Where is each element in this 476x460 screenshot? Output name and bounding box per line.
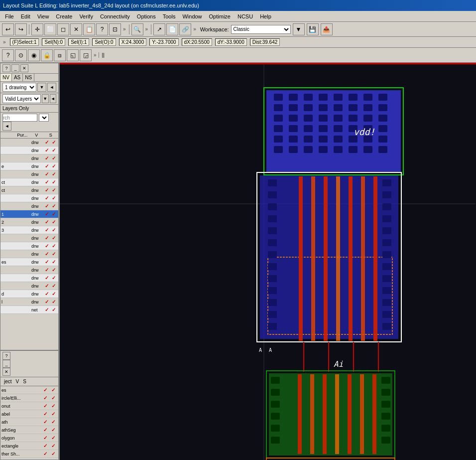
drawing-select[interactable]: 1 drawing <box>2 83 36 92</box>
toolbar-more-3[interactable]: » <box>192 25 197 33</box>
menu-tools[interactable]: Tools <box>160 12 179 20</box>
toolbar2-btn-help[interactable]: ? <box>2 49 14 61</box>
layer-v-check[interactable]: ✓ <box>43 179 50 185</box>
valid-layers-select[interactable]: Valid Layers <box>2 94 41 103</box>
layer-row[interactable]: drw ✓ ✓ <box>0 147 58 154</box>
layer-row[interactable]: es drw ✓ ✓ <box>0 258 58 266</box>
layer-v-check[interactable]: ✓ <box>43 219 50 225</box>
layer-tab-ns[interactable]: NS <box>23 74 34 81</box>
obj-row[interactable]: abel ✓ ✓ <box>0 410 58 418</box>
toolbar-btn-paste[interactable]: ◻ <box>57 23 69 35</box>
toolbar2-btn-grid2[interactable]: ⧈ <box>54 49 66 61</box>
layer-s-check[interactable]: ✓ <box>50 267 57 273</box>
layer-v-check[interactable]: ✓ <box>43 148 50 153</box>
obj-v-check[interactable]: ✓ <box>41 403 49 409</box>
toolbar-btn-help[interactable]: ? <box>96 23 108 35</box>
layer-v-check[interactable]: ✓ <box>43 307 50 312</box>
layer-s-check[interactable]: ✓ <box>50 275 57 281</box>
drawing-dropdown[interactable]: ▼ <box>37 83 46 92</box>
layer-v-check[interactable]: ✓ <box>43 211 50 217</box>
obj-v-check[interactable]: ✓ <box>41 443 49 449</box>
layer-row[interactable]: d drw ✓ ✓ <box>0 290 58 298</box>
toolbar-btn-undo[interactable]: ↩ <box>2 23 14 35</box>
layer-v-check[interactable]: ✓ <box>43 203 50 209</box>
menu-window[interactable]: Window <box>179 12 205 20</box>
object-panel-close[interactable]: ✕ <box>2 368 10 376</box>
menu-edit[interactable]: Edit <box>18 12 33 20</box>
obj-s-check[interactable]: ✓ <box>49 435 57 441</box>
layer-s-check[interactable]: ✓ <box>50 283 57 289</box>
layer-s-check[interactable]: ✓ <box>50 140 57 145</box>
obj-s-check[interactable]: ✓ <box>49 427 57 433</box>
valid-layers-dropdown[interactable]: ▼ <box>42 94 49 103</box>
toolbar2-more[interactable]: » <box>93 51 98 59</box>
layer-s-check[interactable]: ✓ <box>50 307 57 312</box>
layer-v-check[interactable]: ✓ <box>43 259 50 265</box>
obj-v-check[interactable]: ✓ <box>41 451 49 457</box>
layer-v-check[interactable]: ✓ <box>43 171 50 177</box>
layer-row[interactable]: e drw ✓ ✓ <box>0 162 58 170</box>
layer-row[interactable]: 3 drw ✓ ✓ <box>0 226 58 234</box>
layer-v-check[interactable]: ✓ <box>43 267 50 273</box>
obj-s-check[interactable]: ✓ <box>49 459 57 460</box>
obj-row[interactable]: ectangle ✓ ✓ <box>0 442 58 450</box>
canvas-area[interactable]: vdd! <box>60 63 476 460</box>
toolbar2-btn-corner2[interactable]: ◲ <box>80 49 92 61</box>
layer-search-input[interactable] <box>2 114 37 122</box>
layer-row[interactable]: drw ✓ ✓ <box>0 170 58 178</box>
layer-s-check[interactable]: ✓ <box>50 299 57 305</box>
layer-row[interactable]: drw ✓ ✓ <box>0 250 58 258</box>
obj-row[interactable]: onut ✓ ✓ <box>0 402 58 410</box>
layer-row[interactable]: 2 drw ✓ ✓ <box>0 218 58 226</box>
layer-s-check[interactable]: ✓ <box>50 203 57 209</box>
menu-help[interactable]: Help <box>257 12 274 20</box>
toolbar2-btn-circle[interactable]: ⊙ <box>15 49 27 61</box>
layer-row[interactable]: l drw ✓ ✓ <box>0 298 58 306</box>
layer-row[interactable]: drw ✓ ✓ <box>0 266 58 274</box>
obj-v-check[interactable]: ✓ <box>41 427 49 433</box>
obj-row[interactable]: olygon ✓ ✓ <box>0 434 58 442</box>
layer-row[interactable]: drw ✓ ✓ <box>0 202 58 210</box>
toolbar-btn-icon2[interactable]: 📄 <box>166 23 178 35</box>
layer-s-check[interactable]: ✓ <box>50 195 57 201</box>
layer-v-check[interactable]: ✓ <box>43 275 50 281</box>
layer-row[interactable]: drw ✓ ✓ <box>0 234 58 242</box>
layer-s-check[interactable]: ✓ <box>50 155 57 161</box>
obj-row[interactable]: athSeg ✓ ✓ <box>0 426 58 434</box>
obj-tab-ject[interactable]: ject <box>2 378 13 385</box>
layer-row[interactable]: 1 drw ✓ ✓ <box>0 210 58 218</box>
toolbar-btn-copy[interactable]: ⬜ <box>44 23 56 35</box>
valid-layers-btn2[interactable]: ◄ <box>50 94 57 103</box>
toolbar-btn-clip[interactable]: 📋 <box>83 23 95 35</box>
obj-s-check[interactable]: ✓ <box>49 451 57 457</box>
layer-row[interactable]: ct drw ✓ ✓ <box>0 178 58 186</box>
layer-v-check[interactable]: ✓ <box>43 235 50 241</box>
layer-v-check[interactable]: ✓ <box>43 187 50 193</box>
menu-file[interactable]: File <box>2 12 17 20</box>
obj-v-check[interactable]: ✓ <box>41 411 49 417</box>
toolbar-btn-grid[interactable]: ⊡ <box>109 23 121 35</box>
menu-optimize[interactable]: Optimize <box>206 12 234 20</box>
toolbar-btn-arrow[interactable]: ↗ <box>153 23 165 35</box>
obj-s-check[interactable]: ✓ <box>49 419 57 425</box>
obj-row[interactable]: es ✓ ✓ <box>0 386 58 394</box>
menu-connectivity[interactable]: Connectivity <box>97 12 133 20</box>
toolbar-btn-redo[interactable]: ↪ <box>15 23 27 35</box>
layer-s-check[interactable]: ✓ <box>50 235 57 241</box>
layer-row[interactable]: drw ✓ ✓ <box>0 242 58 250</box>
workspace-dropdown-btn[interactable]: ▼ <box>293 23 305 35</box>
toolbar-more-4[interactable]: » <box>2 38 7 46</box>
toolbar2-btn-corner1[interactable]: ◱ <box>67 49 79 61</box>
workspace-save-btn[interactable]: 💾 <box>307 23 319 35</box>
layer-v-check[interactable]: ✓ <box>43 291 50 297</box>
layer-row[interactable]: drw ✓ ✓ <box>0 154 58 162</box>
obj-s-check[interactable]: ✓ <box>49 395 57 401</box>
layer-s-check[interactable]: ✓ <box>50 251 57 257</box>
layer-v-check[interactable]: ✓ <box>43 140 50 145</box>
obj-tab-s[interactable]: S <box>21 378 28 385</box>
menu-options[interactable]: Options <box>134 12 159 20</box>
layer-row[interactable]: drw ✓ ✓ <box>0 139 58 147</box>
toolbar-btn-cross[interactable]: ✛ <box>31 23 43 35</box>
layer-search-btn[interactable]: ◄ <box>2 122 11 131</box>
obj-row[interactable]: ther Sh... ✓ ✓ <box>0 450 58 458</box>
